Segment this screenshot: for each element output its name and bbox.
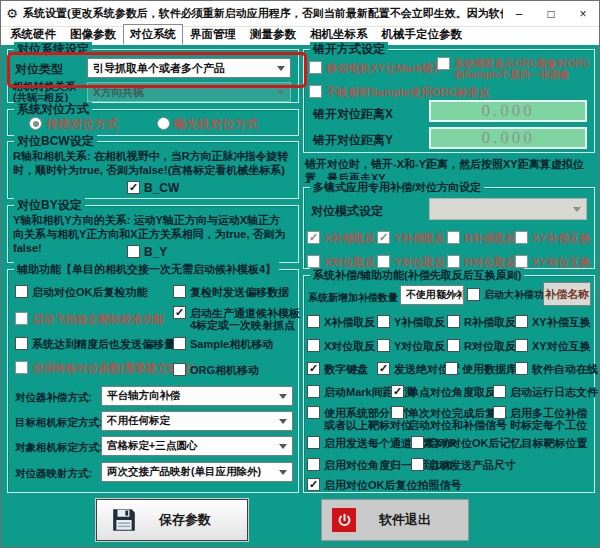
checkbox-send-offset-on-recheck[interactable]: 复检时发送偏移数据 xyxy=(173,285,289,298)
checkbox-production-channel-template4[interactable]: 启动生产通道候补模板 4标定或一次映射抓点 xyxy=(173,306,300,331)
checkbox-move-xy-stagger-mark[interactable]: 移动电机XY让Mark错开 xyxy=(309,61,443,74)
checkbox-box xyxy=(173,306,186,319)
checkbox-flyshot-target-calib[interactable]: 启动飞拍独立靶标校准功能 xyxy=(15,312,164,325)
checkbox-y-comp-invert[interactable]: Y补偿取反 xyxy=(377,315,445,328)
checkbox-box xyxy=(411,458,424,471)
checkbox-x-comp-invert[interactable]: X补偿取反 xyxy=(307,315,375,328)
checkbox-b-y[interactable]: B_Y xyxy=(127,245,167,258)
close-button[interactable]: × xyxy=(567,1,599,27)
exit-software-button[interactable]: 软件退出 xyxy=(321,499,469,541)
checkbox-box xyxy=(309,61,322,74)
mapping-mode-select[interactable]: 两次交接产品映射(单目应用除外) xyxy=(101,462,293,482)
group-title: 系统对位方式 xyxy=(14,102,92,116)
checkbox-sample-use-org-standard-point[interactable]: 不映射时Sample使用ORG标准点 xyxy=(309,85,489,98)
checkbox-send-offset-when-precision-met[interactable]: 系统达到精度后也发送偏移量 xyxy=(15,337,175,350)
camera-transform-label: 相机转换关系 (共轭=相反) xyxy=(13,81,76,103)
checkbox-software-auto-online[interactable]: 软件自动在线 xyxy=(515,362,598,375)
checkbox-r-align-invert[interactable]: R对位取反 xyxy=(447,339,516,352)
align-mode-setting-select[interactable] xyxy=(429,198,587,220)
checkbox-box xyxy=(493,385,506,398)
stagger-distance-x-input[interactable]: 0.000 xyxy=(429,100,587,122)
checkbox-multi-y-align-invert[interactable]: Y对位取反 xyxy=(377,255,445,268)
checkbox-send-product-size[interactable]: 启动发送产品尺寸 xyxy=(411,458,516,471)
checkbox-multi-r-comp-invert[interactable]: R补偿取反 xyxy=(447,231,516,244)
checkbox-box xyxy=(307,315,320,328)
compensation-name-button[interactable]: 补偿名称 xyxy=(543,282,591,306)
tab-ui-management[interactable]: 界面管理 xyxy=(183,24,243,45)
tab-robot-position-params[interactable]: 机械手定位参数 xyxy=(375,24,470,45)
group-title: 错开方式设定 xyxy=(310,42,388,56)
checkbox-multi-xy-comp-swap[interactable]: XY补偿互换 xyxy=(515,231,591,244)
checkbox-big-compensation[interactable]: 启动大补偿功能 xyxy=(467,288,554,301)
checkbox-box xyxy=(15,337,28,350)
checkbox-sample-camera-move[interactable]: Sample相机移动 xyxy=(173,337,273,350)
checkbox-special-align-function[interactable]: 启用特殊对位函数[需要建立映射] xyxy=(15,361,193,374)
checkbox-box xyxy=(173,363,186,376)
checkbox-box xyxy=(391,406,404,419)
checkbox-xy-align-swap[interactable]: XY对位互换 xyxy=(515,339,591,352)
checkbox-box xyxy=(515,255,528,268)
checkbox-box xyxy=(15,361,28,374)
checkbox-x-align-invert[interactable]: X对位取反 xyxy=(307,339,375,352)
radio-traditional-align[interactable]: 传统对位方式 xyxy=(29,117,118,130)
align-type-select[interactable]: 引导抓取单个或者多个产品 xyxy=(87,58,291,78)
object-camera-calib-select[interactable]: 宫格标定+三点圆心 xyxy=(101,436,293,456)
chevron-down-icon xyxy=(279,470,287,475)
object-camera-calib-label: 对象相机标定方式: xyxy=(15,441,103,454)
chevron-down-icon xyxy=(277,66,285,71)
bcw-description: R轴和相机关系: 在相机视野中，当R方向正脉冲指令旋转时，顺时针为true, 否… xyxy=(13,149,291,177)
object-camera-calib-value: 宫格标定+三点圆心 xyxy=(107,439,197,453)
checkbox-box xyxy=(447,255,460,268)
tab-alignment-system[interactable]: 对位系统 xyxy=(123,24,183,45)
tab-measure-params[interactable]: 测量参数 xyxy=(243,24,303,45)
checkbox-reset-photo-signal-after-ok[interactable]: 启用对位OK后复位拍照信号 xyxy=(307,478,462,491)
maximize-button[interactable]: □ xyxy=(535,1,567,27)
checkbox-recheck-after-ok[interactable]: 启动对位OK后复检功能 xyxy=(15,285,148,298)
compensation-mode-select[interactable]: 平台轴方向补偿 xyxy=(101,386,293,406)
checkbox-box xyxy=(377,255,390,268)
checkbox-box xyxy=(437,57,450,70)
save-params-label: 保存参数 xyxy=(137,511,233,529)
checkbox-multi-r-align-invert[interactable]: R对位取反 xyxy=(447,255,516,268)
minimize-button[interactable]: – xyxy=(503,1,535,27)
checkbox-multi-x-align-invert[interactable]: X对位取反 xyxy=(307,255,375,268)
power-icon xyxy=(332,508,356,532)
radio-circle xyxy=(29,117,42,130)
stagger-distance-y-input[interactable]: 0.000 xyxy=(429,127,587,149)
extra-comp-qty-label: 系统新增加补偿数量 xyxy=(308,291,398,304)
checkbox-box xyxy=(493,406,506,419)
camera-transform-select[interactable]: X方向共轭 xyxy=(87,82,291,102)
checkbox-multi-y-comp-invert[interactable]: Y补偿取反 xyxy=(377,231,445,244)
checkbox-multi-x-comp-invert[interactable]: X补偿取反 xyxy=(307,231,375,244)
checkbox-org-camera-move[interactable]: ORG相机移动 xyxy=(173,363,259,376)
checkbox-b-cw[interactable]: B_CW xyxy=(127,181,179,194)
radio-exposure-align[interactable]: 曝光机对位方式 xyxy=(157,117,258,130)
checkbox-use-database[interactable]: 使用数据库 xyxy=(445,362,517,375)
checkbox-box xyxy=(127,181,140,194)
checkbox-box xyxy=(445,362,458,375)
checkbox-org-sample-different-image[interactable]: 系统需要显示ORG图像时ORG 和Sample不是同一张图像 xyxy=(437,57,590,80)
checkbox-xy-comp-swap[interactable]: XY补偿互换 xyxy=(515,315,591,328)
chevron-down-icon xyxy=(277,90,285,95)
compensation-mode-value: 平台轴方向补偿 xyxy=(107,389,181,403)
checkbox-y-align-invert[interactable]: Y对位取反 xyxy=(377,339,445,352)
checkbox-run-log-file[interactable]: 启动运行日志文件 xyxy=(493,385,598,398)
checkbox-box xyxy=(307,362,320,375)
checkbox-multi-station-comp-calib[interactable]: 启用多工位补偿 时标定每个工位 xyxy=(493,406,587,431)
save-params-button[interactable]: 保存参数 xyxy=(96,499,248,541)
checkbox-box xyxy=(377,315,390,328)
checkbox-r-comp-invert[interactable]: R补偿取反 xyxy=(447,315,516,328)
checkbox-box xyxy=(515,315,528,328)
checkbox-multi-xy-align-swap[interactable]: XY对位互换 xyxy=(515,255,591,268)
checkbox-box xyxy=(411,436,424,449)
checkbox-single-point-angle-invert[interactable]: 单点对位角度取反 xyxy=(391,385,496,398)
extra-comp-qty-select[interactable]: 不使用额外补 xyxy=(400,285,464,305)
checkbox-box xyxy=(307,339,320,352)
checkbox-reset-after-single-align[interactable]: 单次对位完成后复位 启动对位和补偿信号 xyxy=(391,406,507,431)
checkbox-box xyxy=(307,458,320,471)
chevron-down-icon xyxy=(279,394,287,399)
target-camera-calib-select[interactable]: 不用任何标定 xyxy=(101,411,293,431)
checkbox-remember-target-after-ok[interactable]: 启动对位OK后记忆目标靶标位置 xyxy=(411,436,588,449)
checkbox-box xyxy=(307,478,320,491)
checkbox-numeric-keypad[interactable]: 数字键盘 xyxy=(307,362,368,375)
